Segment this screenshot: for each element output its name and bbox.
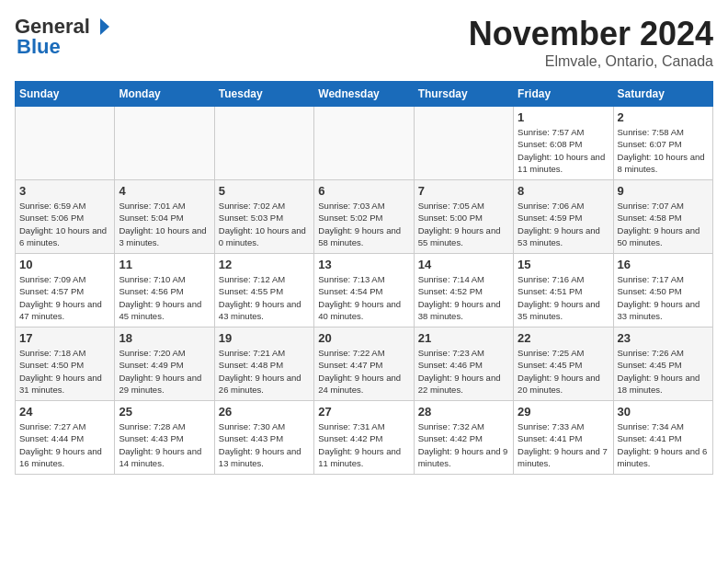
- calendar-cell: 26Sunrise: 7:30 AM Sunset: 4:43 PM Dayli…: [214, 401, 313, 475]
- calendar-cell: 16Sunrise: 7:17 AM Sunset: 4:50 PM Dayli…: [613, 254, 712, 327]
- day-number: 20: [318, 331, 409, 345]
- calendar-cell: 15Sunrise: 7:16 AM Sunset: 4:51 PM Dayli…: [514, 254, 613, 327]
- day-number: 29: [518, 405, 609, 419]
- day-number: 12: [219, 258, 310, 271]
- month-title: November 2024: [469, 15, 713, 53]
- day-info: Sunrise: 7:03 AM Sunset: 5:02 PM Dayligh…: [318, 200, 409, 248]
- day-info: Sunrise: 7:57 AM Sunset: 6:08 PM Dayligh…: [518, 126, 609, 175]
- calendar-cell: 12Sunrise: 7:12 AM Sunset: 4:55 PM Dayli…: [214, 254, 313, 327]
- day-number: 27: [318, 405, 409, 419]
- calendar-cell: 2Sunrise: 7:58 AM Sunset: 6:07 PM Daylig…: [613, 107, 712, 180]
- day-number: 11: [119, 258, 210, 271]
- day-number: 24: [19, 405, 110, 419]
- calendar-table: SundayMondayTuesdayWednesdayThursdayFrid…: [15, 81, 713, 475]
- calendar-cell: 19Sunrise: 7:21 AM Sunset: 4:48 PM Dayli…: [214, 327, 313, 401]
- location: Elmvale, Ontario, Canada: [469, 53, 713, 70]
- title-area: November 2024 Elmvale, Ontario, Canada: [469, 15, 713, 70]
- day-number: 5: [219, 184, 310, 198]
- calendar-cell: 18Sunrise: 7:20 AM Sunset: 4:49 PM Dayli…: [115, 327, 214, 401]
- day-number: 6: [318, 184, 409, 198]
- day-info: Sunrise: 7:07 AM Sunset: 4:58 PM Dayligh…: [618, 200, 709, 248]
- day-number: 1: [518, 110, 609, 124]
- svg-marker-0: [100, 18, 109, 35]
- calendar-cell: 14Sunrise: 7:14 AM Sunset: 4:52 PM Dayli…: [414, 254, 513, 327]
- calendar-cell: 20Sunrise: 7:22 AM Sunset: 4:47 PM Dayli…: [314, 327, 414, 401]
- calendar-cell: 21Sunrise: 7:23 AM Sunset: 4:46 PM Dayli…: [414, 327, 513, 401]
- day-number: 21: [418, 331, 509, 345]
- calendar-cell: [115, 107, 214, 180]
- calendar-cell: 1Sunrise: 7:57 AM Sunset: 6:08 PM Daylig…: [514, 107, 613, 180]
- day-info: Sunrise: 7:18 AM Sunset: 4:50 PM Dayligh…: [19, 347, 110, 396]
- day-number: 10: [19, 258, 110, 271]
- calendar-cell: 5Sunrise: 7:02 AM Sunset: 5:03 PM Daylig…: [214, 180, 313, 254]
- calendar-week-row: 1Sunrise: 7:57 AM Sunset: 6:08 PM Daylig…: [16, 107, 713, 180]
- calendar-cell: 7Sunrise: 7:05 AM Sunset: 5:00 PM Daylig…: [414, 180, 513, 254]
- weekday-header-row: SundayMondayTuesdayWednesdayThursdayFrid…: [16, 82, 713, 107]
- day-info: Sunrise: 7:34 AM Sunset: 4:41 PM Dayligh…: [618, 420, 709, 469]
- day-info: Sunrise: 7:13 AM Sunset: 4:54 PM Dayligh…: [318, 273, 409, 322]
- calendar-cell: 11Sunrise: 7:10 AM Sunset: 4:56 PM Dayli…: [115, 254, 214, 327]
- calendar-week-row: 10Sunrise: 7:09 AM Sunset: 4:57 PM Dayli…: [16, 254, 713, 327]
- calendar-cell: 30Sunrise: 7:34 AM Sunset: 4:41 PM Dayli…: [613, 401, 712, 475]
- day-info: Sunrise: 7:32 AM Sunset: 4:42 PM Dayligh…: [418, 420, 509, 469]
- calendar-cell: 28Sunrise: 7:32 AM Sunset: 4:42 PM Dayli…: [414, 401, 513, 475]
- day-info: Sunrise: 7:30 AM Sunset: 4:43 PM Dayligh…: [219, 420, 310, 469]
- day-number: 9: [618, 184, 709, 198]
- calendar-cell: [314, 107, 414, 180]
- day-number: 19: [219, 331, 310, 345]
- day-number: 13: [318, 258, 409, 271]
- day-number: 8: [518, 184, 609, 198]
- day-number: 15: [518, 258, 609, 271]
- day-number: 25: [119, 405, 210, 419]
- day-info: Sunrise: 7:28 AM Sunset: 4:43 PM Dayligh…: [119, 420, 210, 469]
- day-info: Sunrise: 7:09 AM Sunset: 4:57 PM Dayligh…: [19, 273, 110, 322]
- weekday-header: Monday: [115, 82, 214, 107]
- day-info: Sunrise: 7:06 AM Sunset: 4:59 PM Dayligh…: [518, 200, 609, 248]
- day-number: 28: [418, 405, 509, 419]
- calendar-cell: 10Sunrise: 7:09 AM Sunset: 4:57 PM Dayli…: [16, 254, 115, 327]
- calendar-cell: [214, 107, 313, 180]
- day-info: Sunrise: 7:21 AM Sunset: 4:48 PM Dayligh…: [219, 347, 310, 396]
- day-number: 14: [418, 258, 509, 271]
- day-info: Sunrise: 7:01 AM Sunset: 5:04 PM Dayligh…: [119, 200, 210, 248]
- calendar-cell: 4Sunrise: 7:01 AM Sunset: 5:04 PM Daylig…: [115, 180, 214, 254]
- logo: General Blue: [15, 15, 111, 59]
- calendar-cell: 27Sunrise: 7:31 AM Sunset: 4:42 PM Dayli…: [314, 401, 414, 475]
- weekday-header: Sunday: [16, 82, 115, 107]
- calendar-cell: [414, 107, 513, 180]
- calendar-cell: 29Sunrise: 7:33 AM Sunset: 4:41 PM Dayli…: [514, 401, 613, 475]
- day-info: Sunrise: 7:33 AM Sunset: 4:41 PM Dayligh…: [518, 420, 609, 469]
- weekday-header: Friday: [514, 82, 613, 107]
- day-info: Sunrise: 6:59 AM Sunset: 5:06 PM Dayligh…: [19, 200, 110, 248]
- day-info: Sunrise: 7:31 AM Sunset: 4:42 PM Dayligh…: [318, 420, 409, 469]
- calendar-cell: 22Sunrise: 7:25 AM Sunset: 4:45 PM Dayli…: [514, 327, 613, 401]
- day-info: Sunrise: 7:23 AM Sunset: 4:46 PM Dayligh…: [418, 347, 509, 396]
- day-number: 26: [219, 405, 310, 419]
- calendar-cell: [16, 107, 115, 180]
- calendar-week-row: 24Sunrise: 7:27 AM Sunset: 4:44 PM Dayli…: [16, 401, 713, 475]
- day-number: 30: [618, 405, 709, 419]
- day-number: 22: [518, 331, 609, 345]
- logo-icon: [91, 17, 111, 37]
- day-info: Sunrise: 7:20 AM Sunset: 4:49 PM Dayligh…: [119, 347, 210, 396]
- weekday-header: Thursday: [414, 82, 513, 107]
- logo-blue-text: Blue: [17, 35, 61, 59]
- day-info: Sunrise: 7:26 AM Sunset: 4:45 PM Dayligh…: [618, 347, 709, 396]
- day-number: 3: [19, 184, 110, 198]
- calendar-cell: 25Sunrise: 7:28 AM Sunset: 4:43 PM Dayli…: [115, 401, 214, 475]
- calendar-cell: 23Sunrise: 7:26 AM Sunset: 4:45 PM Dayli…: [613, 327, 712, 401]
- day-info: Sunrise: 7:05 AM Sunset: 5:00 PM Dayligh…: [418, 200, 509, 248]
- day-info: Sunrise: 7:10 AM Sunset: 4:56 PM Dayligh…: [119, 273, 210, 322]
- day-info: Sunrise: 7:22 AM Sunset: 4:47 PM Dayligh…: [318, 347, 409, 396]
- day-number: 4: [119, 184, 210, 198]
- calendar-cell: 8Sunrise: 7:06 AM Sunset: 4:59 PM Daylig…: [514, 180, 613, 254]
- day-info: Sunrise: 7:27 AM Sunset: 4:44 PM Dayligh…: [19, 420, 110, 469]
- calendar-cell: 24Sunrise: 7:27 AM Sunset: 4:44 PM Dayli…: [16, 401, 115, 475]
- calendar-cell: 9Sunrise: 7:07 AM Sunset: 4:58 PM Daylig…: [613, 180, 712, 254]
- day-info: Sunrise: 7:25 AM Sunset: 4:45 PM Dayligh…: [518, 347, 609, 396]
- day-number: 23: [618, 331, 709, 345]
- day-info: Sunrise: 7:14 AM Sunset: 4:52 PM Dayligh…: [418, 273, 509, 322]
- day-number: 17: [19, 331, 110, 345]
- weekday-header: Saturday: [613, 82, 712, 107]
- weekday-header: Tuesday: [214, 82, 313, 107]
